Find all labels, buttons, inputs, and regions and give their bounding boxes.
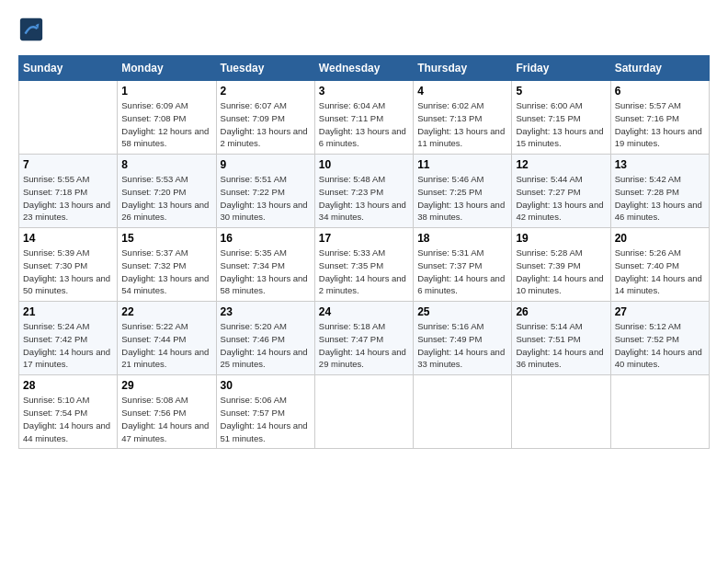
calendar-cell: 4 Sunrise: 6:02 AM Sunset: 7:13 PM Dayli… <box>414 81 512 155</box>
week-row-2: 7 Sunrise: 5:55 AM Sunset: 7:18 PM Dayli… <box>19 155 710 228</box>
calendar-cell: 25 Sunrise: 5:16 AM Sunset: 7:49 PM Dayl… <box>414 302 512 375</box>
calendar-cell: 27 Sunrise: 5:12 AM Sunset: 7:52 PM Dayl… <box>610 302 709 375</box>
calendar-body: 1 Sunrise: 6:09 AM Sunset: 7:08 PM Dayli… <box>19 81 710 449</box>
sun-info: Sunrise: 5:57 AM Sunset: 7:16 PM Dayligh… <box>615 99 705 150</box>
calendar-cell: 18 Sunrise: 5:31 AM Sunset: 7:37 PM Dayl… <box>414 228 512 302</box>
day-number: 8 <box>121 158 211 171</box>
calendar-cell: 7 Sunrise: 5:55 AM Sunset: 7:18 PM Dayli… <box>19 155 118 228</box>
day-number: 6 <box>615 85 705 98</box>
sun-info: Sunrise: 5:39 AM Sunset: 7:30 PM Dayligh… <box>23 247 113 297</box>
calendar-cell: 14 Sunrise: 5:39 AM Sunset: 7:30 PM Dayl… <box>19 228 118 302</box>
day-number: 11 <box>417 158 507 171</box>
sun-info: Sunrise: 5:26 AM Sunset: 7:40 PM Dayligh… <box>615 247 705 297</box>
sun-info: Sunrise: 5:20 AM Sunset: 7:46 PM Dayligh… <box>221 320 311 371</box>
calendar-cell: 6 Sunrise: 5:57 AM Sunset: 7:16 PM Dayli… <box>610 81 709 155</box>
day-number: 17 <box>319 232 409 245</box>
day-header-friday: Friday <box>512 56 610 81</box>
calendar-cell: 8 Sunrise: 5:53 AM Sunset: 7:20 PM Dayli… <box>118 155 216 228</box>
week-row-5: 28 Sunrise: 5:10 AM Sunset: 7:54 PM Dayl… <box>19 375 710 449</box>
day-number: 7 <box>23 158 113 171</box>
sun-info: Sunrise: 6:09 AM Sunset: 7:08 PM Dayligh… <box>121 99 211 150</box>
sun-info: Sunrise: 6:02 AM Sunset: 7:13 PM Dayligh… <box>417 99 507 150</box>
calendar-cell: 3 Sunrise: 6:04 AM Sunset: 7:11 PM Dayli… <box>314 81 413 155</box>
calendar-cell: 1 Sunrise: 6:09 AM Sunset: 7:08 PM Dayli… <box>118 81 216 155</box>
sun-info: Sunrise: 5:08 AM Sunset: 7:56 PM Dayligh… <box>121 394 211 444</box>
sun-info: Sunrise: 5:22 AM Sunset: 7:44 PM Dayligh… <box>121 320 211 371</box>
day-number: 27 <box>615 305 705 318</box>
day-header-wednesday: Wednesday <box>314 56 413 81</box>
logo-icon <box>18 17 44 42</box>
sun-info: Sunrise: 6:00 AM Sunset: 7:15 PM Dayligh… <box>516 99 606 150</box>
calendar-cell: 9 Sunrise: 5:51 AM Sunset: 7:22 PM Dayli… <box>216 155 314 228</box>
week-row-4: 21 Sunrise: 5:24 AM Sunset: 7:42 PM Dayl… <box>19 302 710 375</box>
day-number: 3 <box>319 85 409 98</box>
calendar-cell: 23 Sunrise: 5:20 AM Sunset: 7:46 PM Dayl… <box>216 302 314 375</box>
week-row-1: 1 Sunrise: 6:09 AM Sunset: 7:08 PM Dayli… <box>19 81 710 155</box>
day-number: 4 <box>417 85 507 98</box>
svg-rect-0 <box>20 18 42 40</box>
calendar-cell: 11 Sunrise: 5:46 AM Sunset: 7:25 PM Dayl… <box>414 155 512 228</box>
sun-info: Sunrise: 5:46 AM Sunset: 7:25 PM Dayligh… <box>417 173 507 224</box>
day-header-sunday: Sunday <box>19 56 118 81</box>
day-number: 13 <box>615 158 705 171</box>
day-number: 10 <box>319 158 409 171</box>
day-number: 19 <box>516 232 606 245</box>
sun-info: Sunrise: 5:51 AM Sunset: 7:22 PM Dayligh… <box>221 173 311 224</box>
sun-info: Sunrise: 5:31 AM Sunset: 7:37 PM Dayligh… <box>417 247 507 297</box>
day-number: 2 <box>221 85 311 98</box>
day-number: 1 <box>121 85 211 98</box>
calendar-cell <box>512 375 610 449</box>
day-number: 14 <box>23 232 113 245</box>
calendar-table: SundayMondayTuesdayWednesdayThursdayFrid… <box>18 55 710 449</box>
calendar-cell: 20 Sunrise: 5:26 AM Sunset: 7:40 PM Dayl… <box>610 228 709 302</box>
day-number: 30 <box>221 379 311 392</box>
day-number: 29 <box>121 379 211 392</box>
calendar-cell: 2 Sunrise: 6:07 AM Sunset: 7:09 PM Dayli… <box>216 81 314 155</box>
sun-info: Sunrise: 5:06 AM Sunset: 7:57 PM Dayligh… <box>221 394 311 444</box>
calendar-cell: 28 Sunrise: 5:10 AM Sunset: 7:54 PM Dayl… <box>19 375 118 449</box>
calendar-cell: 5 Sunrise: 6:00 AM Sunset: 7:15 PM Dayli… <box>512 81 610 155</box>
day-number: 9 <box>221 158 311 171</box>
calendar-cell: 24 Sunrise: 5:18 AM Sunset: 7:47 PM Dayl… <box>314 302 413 375</box>
sun-info: Sunrise: 5:48 AM Sunset: 7:23 PM Dayligh… <box>319 173 409 224</box>
sun-info: Sunrise: 5:35 AM Sunset: 7:34 PM Dayligh… <box>221 247 311 297</box>
day-number: 18 <box>417 232 507 245</box>
sun-info: Sunrise: 5:53 AM Sunset: 7:20 PM Dayligh… <box>121 173 211 224</box>
header <box>18 17 710 42</box>
sun-info: Sunrise: 5:42 AM Sunset: 7:28 PM Dayligh… <box>615 173 705 224</box>
sun-info: Sunrise: 5:12 AM Sunset: 7:52 PM Dayligh… <box>615 320 705 371</box>
calendar-cell: 22 Sunrise: 5:22 AM Sunset: 7:44 PM Dayl… <box>118 302 216 375</box>
sun-info: Sunrise: 5:14 AM Sunset: 7:51 PM Dayligh… <box>516 320 606 371</box>
day-number: 16 <box>221 232 311 245</box>
calendar-cell: 19 Sunrise: 5:28 AM Sunset: 7:39 PM Dayl… <box>512 228 610 302</box>
day-number: 12 <box>516 158 606 171</box>
calendar-cell: 12 Sunrise: 5:44 AM Sunset: 7:27 PM Dayl… <box>512 155 610 228</box>
day-header-tuesday: Tuesday <box>216 56 314 81</box>
calendar-cell: 29 Sunrise: 5:08 AM Sunset: 7:56 PM Dayl… <box>118 375 216 449</box>
calendar-header: SundayMondayTuesdayWednesdayThursdayFrid… <box>19 56 710 81</box>
day-number: 22 <box>121 305 211 318</box>
calendar-cell: 13 Sunrise: 5:42 AM Sunset: 7:28 PM Dayl… <box>610 155 709 228</box>
week-row-3: 14 Sunrise: 5:39 AM Sunset: 7:30 PM Dayl… <box>19 228 710 302</box>
calendar-cell: 21 Sunrise: 5:24 AM Sunset: 7:42 PM Dayl… <box>19 302 118 375</box>
logo <box>18 17 48 42</box>
calendar-cell: 30 Sunrise: 5:06 AM Sunset: 7:57 PM Dayl… <box>216 375 314 449</box>
day-number: 28 <box>23 379 113 392</box>
sun-info: Sunrise: 5:55 AM Sunset: 7:18 PM Dayligh… <box>23 173 113 224</box>
calendar-cell <box>414 375 512 449</box>
days-header-row: SundayMondayTuesdayWednesdayThursdayFrid… <box>19 56 710 81</box>
sun-info: Sunrise: 5:33 AM Sunset: 7:35 PM Dayligh… <box>319 247 409 297</box>
sun-info: Sunrise: 5:28 AM Sunset: 7:39 PM Dayligh… <box>516 247 606 297</box>
day-number: 20 <box>615 232 705 245</box>
day-header-saturday: Saturday <box>610 56 709 81</box>
day-header-monday: Monday <box>118 56 216 81</box>
calendar-cell: 17 Sunrise: 5:33 AM Sunset: 7:35 PM Dayl… <box>314 228 413 302</box>
day-number: 23 <box>221 305 311 318</box>
day-header-thursday: Thursday <box>414 56 512 81</box>
calendar-cell: 10 Sunrise: 5:48 AM Sunset: 7:23 PM Dayl… <box>314 155 413 228</box>
day-number: 25 <box>417 305 507 318</box>
calendar-cell <box>610 375 709 449</box>
sun-info: Sunrise: 5:10 AM Sunset: 7:54 PM Dayligh… <box>23 394 113 444</box>
sun-info: Sunrise: 6:07 AM Sunset: 7:09 PM Dayligh… <box>221 99 311 150</box>
sun-info: Sunrise: 5:44 AM Sunset: 7:27 PM Dayligh… <box>516 173 606 224</box>
